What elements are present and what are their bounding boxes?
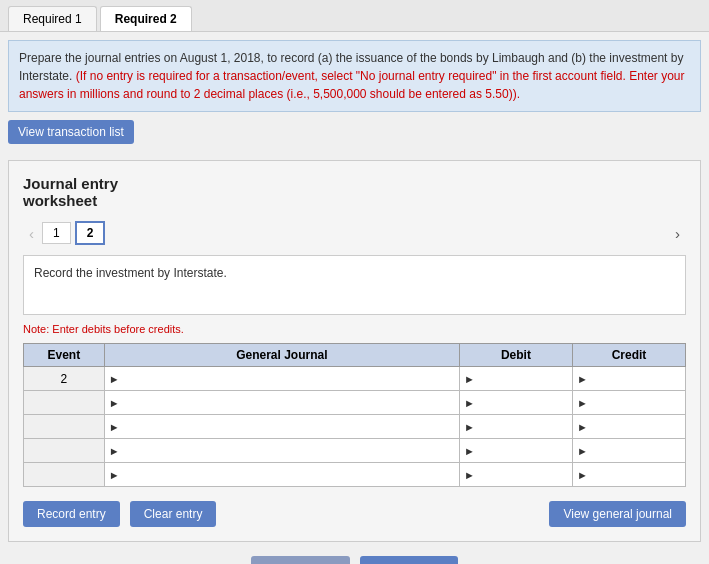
event-cell-1: 2 [24, 367, 105, 391]
credit-cell-4[interactable]: ► [572, 439, 685, 463]
view-transaction-button[interactable]: View transaction list [8, 120, 134, 144]
bottom-next-button[interactable]: Required 2 › [360, 556, 459, 564]
view-general-journal-button[interactable]: View general journal [549, 501, 686, 527]
note-text: Note: Enter debits before credits. [23, 323, 686, 335]
gj-cell-5[interactable]: ► [104, 463, 459, 487]
action-buttons-row: Record entry Clear entry View general jo… [23, 501, 686, 527]
gj-cell-3[interactable]: ► [104, 415, 459, 439]
clear-entry-button[interactable]: Clear entry [130, 501, 217, 527]
gj-cell-2[interactable]: ► [104, 391, 459, 415]
info-highlight: (If no entry is required for a transacti… [19, 69, 685, 101]
event-cell-4 [24, 439, 105, 463]
col-header-gj: General Journal [104, 344, 459, 367]
table-row: ► ► ► [24, 439, 686, 463]
record-entry-button[interactable]: Record entry [23, 501, 120, 527]
journal-table: Event General Journal Debit Credit 2 ► ►… [23, 343, 686, 487]
credit-cell-1[interactable]: ► [572, 367, 685, 391]
event-cell-3 [24, 415, 105, 439]
gj-cell-4[interactable]: ► [104, 439, 459, 463]
debit-cell-2[interactable]: ► [459, 391, 572, 415]
bottom-prev-button[interactable]: ‹ Required 1 [251, 556, 350, 564]
credit-cell-3[interactable]: ► [572, 415, 685, 439]
table-row: ► ► ► [24, 391, 686, 415]
next-page-button[interactable]: › [669, 223, 686, 244]
description-box: Record the investment by Interstate. [23, 255, 686, 315]
bottom-nav: ‹ Required 1 Required 2 › [0, 556, 709, 564]
tab-required-1[interactable]: Required 1 [8, 6, 97, 31]
event-cell-5 [24, 463, 105, 487]
description-text: Record the investment by Interstate. [34, 266, 227, 280]
col-header-debit: Debit [459, 344, 572, 367]
page-2-button[interactable]: 2 [75, 221, 106, 245]
table-row: ► ► ► [24, 415, 686, 439]
event-cell-2 [24, 391, 105, 415]
worksheet-container: Journal entry worksheet ‹ 1 2 › Record t… [8, 160, 701, 542]
debit-cell-3[interactable]: ► [459, 415, 572, 439]
debit-cell-5[interactable]: ► [459, 463, 572, 487]
debit-cell-4[interactable]: ► [459, 439, 572, 463]
tab-required-2[interactable]: Required 2 [100, 6, 192, 31]
info-box: Prepare the journal entries on August 1,… [8, 40, 701, 112]
worksheet-title: Journal entry worksheet [23, 175, 686, 209]
page-1-button[interactable]: 1 [42, 222, 71, 244]
table-row: ► ► ► [24, 463, 686, 487]
credit-cell-2[interactable]: ► [572, 391, 685, 415]
debit-cell-1[interactable]: ► [459, 367, 572, 391]
gj-cell-1[interactable]: ► [104, 367, 459, 391]
table-row: 2 ► ► ► [24, 367, 686, 391]
credit-cell-5[interactable]: ► [572, 463, 685, 487]
col-header-credit: Credit [572, 344, 685, 367]
page-navigation: ‹ 1 2 › [23, 221, 686, 245]
tabs-bar: Required 1 Required 2 [0, 0, 709, 32]
prev-page-button[interactable]: ‹ [23, 223, 40, 244]
col-header-event: Event [24, 344, 105, 367]
